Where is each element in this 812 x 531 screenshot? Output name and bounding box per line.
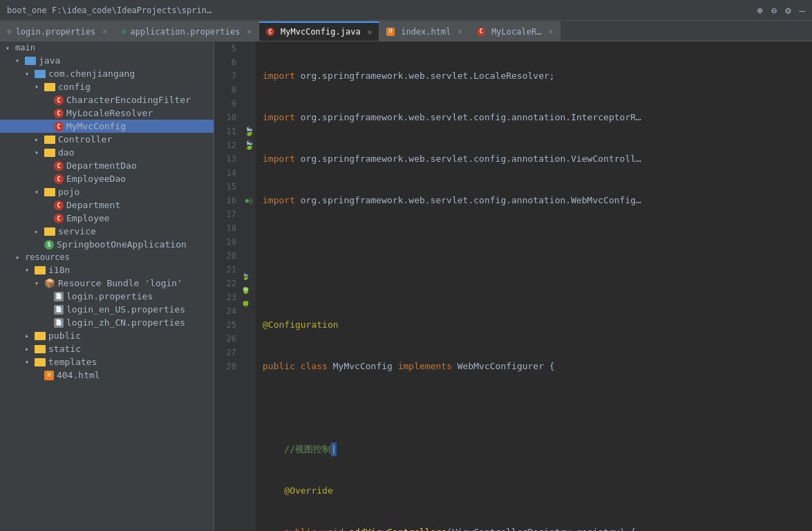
folder-icon [44, 83, 55, 91]
gutter-8 [242, 83, 256, 97]
sidebar-item-service[interactable]: ▸ service [0, 225, 214, 238]
tab-label: MyLocaleR… [491, 27, 541, 37]
app-props-icon: ⚙ [122, 27, 126, 36]
folder-icon [35, 332, 46, 340]
title-bar: boot_one F:\idea_code\IdeaProjects\sprin… [0, 0, 812, 21]
tab-close-icon[interactable]: ✕ [368, 28, 372, 37]
sidebar-item-login-en-us[interactable]: 📄 login_en_US.properties [0, 303, 214, 316]
tab-application-properties[interactable]: ⚙ application.properties ✕ [115, 21, 259, 41]
code-line-11: @Configuration [263, 318, 805, 332]
gutter-14 [242, 166, 256, 180]
html-file-icon: H [44, 371, 54, 380]
item-label: service [58, 226, 96, 236]
gutter-9 [242, 97, 256, 111]
split-icon[interactable]: ⊖ [771, 5, 777, 16]
java-file-icon: C [54, 201, 64, 210]
sidebar-item-DepartmentDao[interactable]: C DepartmentDao [0, 159, 214, 172]
sidebar-item-MyLocaleResolver[interactable]: C MyLocaleResolver [0, 106, 214, 120]
sidebar-item-java[interactable]: ▾ java [0, 54, 214, 67]
gutter-icons-column: 🍃 🍃 ●@ 🍃🍀 🍃🍀 [242, 41, 256, 531]
code-line-10 [263, 277, 805, 290]
sidebar-item-Controller[interactable]: ▸ Controller [0, 133, 214, 146]
props-file-icon: 📄 [54, 318, 64, 328]
sync-icon[interactable]: ⊕ [757, 5, 762, 16]
gutter-16: ●@ [242, 194, 256, 207]
folder-icon [44, 188, 55, 196]
sidebar-item-Employee[interactable]: C Employee [0, 212, 214, 225]
code-line-8: import org.springframework.web.servlet.c… [263, 194, 805, 207]
tab-label: MyMvcConfig.java [281, 27, 361, 37]
sidebar-item-templates[interactable]: ▾ templates [0, 355, 214, 369]
sidebar-item-EmployeeDao[interactable]: C EmployeeDao [0, 172, 214, 185]
gutter-6 [242, 55, 256, 69]
arrow-icon: ▾ [35, 83, 44, 91]
sidebar-item-i18n[interactable]: ▾ i18n [0, 263, 214, 277]
gutter-12: 🍃 [242, 138, 256, 152]
arrow-icon: ▾ [25, 266, 35, 274]
window-controls[interactable]: ⊕ ⊖ ⚙ — [757, 5, 805, 16]
sidebar-item-SpringbootOneApplication[interactable]: S SpringbootOneApplication [0, 238, 214, 251]
sidebar-item-login-zh-cn[interactable]: 📄 login_zh_CN.properties [0, 316, 214, 329]
code-area[interactable]: 5 6 7 8 9 10 11 12 13 14 15 16 17 18 19 … [214, 41, 812, 531]
sidebar-item-public[interactable]: ▸ public [0, 329, 214, 342]
arrow-icon: ▾ [15, 57, 25, 64]
tab-label: login.properties [16, 27, 96, 37]
item-label: static [48, 344, 81, 354]
item-label: login_en_US.properties [66, 304, 185, 315]
tab-close-icon[interactable]: ✕ [247, 27, 252, 36]
item-label: EmployeeDao [66, 174, 126, 184]
sidebar-item-static[interactable]: ▸ static [0, 342, 214, 355]
tab-close-icon[interactable]: ✕ [102, 27, 107, 36]
sidebar-item-MyMvcConfig[interactable]: C MyMvcConfig [0, 120, 214, 133]
gutter-18 [242, 221, 256, 235]
gutter-15 [242, 180, 256, 194]
folder-icon [44, 227, 55, 236]
java-icon: C [266, 28, 274, 36]
java-file-icon: C [54, 109, 64, 118]
item-label: 404.html [57, 370, 100, 380]
sidebar-item-login-properties[interactable]: 📄 login.properties [0, 290, 214, 303]
sidebar-item-404-html[interactable]: H 404.html [0, 369, 214, 382]
sidebar-item-com-chenjiangang[interactable]: ▾ com.chenjiangang [0, 67, 214, 80]
gutter-25 [242, 318, 256, 332]
item-label: Department [66, 200, 120, 210]
folder-icon [35, 358, 46, 366]
item-label: MyMvcConfig [66, 121, 126, 131]
code-editor[interactable]: 5 6 7 8 9 10 11 12 13 14 15 16 17 18 19 … [214, 41, 812, 531]
sidebar-item-resource-bundle-login[interactable]: ▾ 📦 Resource Bundle 'login' [0, 277, 214, 290]
sidebar-item-dao[interactable]: ▾ dao [0, 146, 214, 159]
sidebar-item-Department[interactable]: C Department [0, 198, 214, 212]
gutter-20 [242, 249, 256, 263]
gutter-13 [242, 152, 256, 166]
item-label: login.properties [66, 291, 153, 301]
arrow-icon: ▸ [25, 332, 35, 339]
item-label: Resource Bundle 'login' [58, 278, 182, 288]
settings-icon[interactable]: ⚙ [785, 5, 791, 16]
gutter-19 [242, 235, 256, 249]
arrow-icon: ▾ [35, 279, 44, 287]
sidebar-item-config[interactable]: ▾ config [0, 80, 214, 93]
sidebar-item-CharacterEncodingFilter[interactable]: C CharacterEncodingFilter [0, 93, 214, 106]
section-label: resources [25, 252, 70, 262]
tab-close-icon[interactable]: ✕ [458, 27, 463, 36]
java-icon: C [477, 28, 485, 36]
tab-mymvcconfig[interactable]: C MyMvcConfig.java ✕ [259, 21, 379, 41]
props-file-icon: 📄 [54, 305, 64, 315]
arrow-icon: ▾ [35, 149, 44, 156]
tab-login-properties[interactable]: ⚙ login.properties ✕ [0, 21, 115, 41]
minimize-icon[interactable]: — [800, 5, 805, 16]
project-path: boot_one F:\idea_code\IdeaProjects\sprin… [7, 6, 211, 15]
code-line-16: public void addViewControllers(ViewContr… [263, 525, 805, 531]
item-label: templates [48, 357, 97, 367]
sidebar-item-pojo[interactable]: ▾ pojo [0, 185, 214, 198]
bundle-icon: 📦 [44, 278, 55, 288]
gutter-7 [242, 69, 256, 83]
tab-index-html[interactable]: H index.html ✕ [379, 21, 470, 41]
code-line-14: //视图控制| [263, 442, 805, 456]
code-content[interactable]: import org.springframework.web.servlet.L… [256, 41, 812, 531]
sidebar-section-resources: ▾ resources [0, 251, 214, 263]
tab-close-icon[interactable]: ✕ [548, 27, 553, 36]
tab-mylocaleresolver[interactable]: C MyLocaleR… ✕ [470, 21, 560, 41]
tab-label: index.html [401, 27, 451, 37]
file-tree-sidebar[interactable]: ▾ main ▾ java ▾ com.chenjiangang ▾ confi… [0, 41, 214, 531]
